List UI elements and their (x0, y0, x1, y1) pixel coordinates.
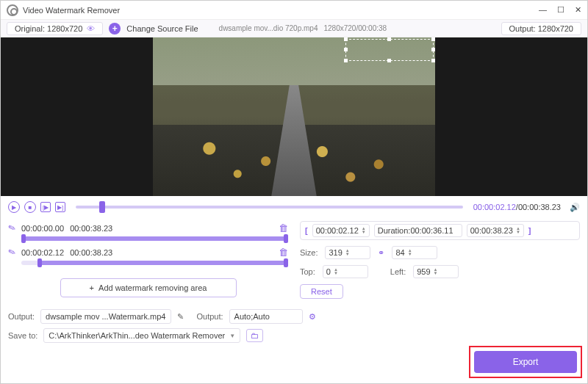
segment-row[interactable]: ✎ 00:00:00.00 00:00:38.23 🗑 (8, 221, 288, 235)
output-format-label: Output: (197, 312, 223, 321)
video-frame (153, 37, 435, 196)
reset-button[interactable]: Reset (300, 284, 343, 299)
stop-button[interactable]: ■ (24, 201, 36, 213)
titlebar: Video Watermark Remover — ☐ ✕ (1, 1, 587, 20)
total-time: 00:00:38.23 (518, 203, 561, 211)
segment-track[interactable] (21, 236, 288, 241)
current-time: 00:00:02.12 (473, 203, 516, 211)
close-button[interactable]: ✕ (575, 5, 581, 15)
delete-segment-icon[interactable]: 🗑 (279, 247, 288, 258)
save-to-dropdown[interactable]: C:\ArkThinker\ArkThin...deo Watermark Re… (43, 328, 240, 343)
original-label: Original: 1280x720 (15, 24, 82, 33)
segment-start: 00:00:02.12 (21, 248, 64, 257)
output-label: Output: 1280x720 (509, 24, 573, 33)
app-logo-icon (7, 4, 18, 16)
timeline[interactable] (76, 202, 463, 212)
settings-icon[interactable]: ⚙ (309, 312, 316, 322)
pin-icon: ✎ (7, 246, 17, 258)
segment-end: 00:00:38.23 (70, 224, 112, 233)
add-source-icon[interactable]: + (109, 23, 121, 35)
top-input[interactable]: 0▲▼ (323, 265, 368, 278)
left-label: Left: (390, 267, 406, 276)
add-removing-area-button[interactable]: + Add watermark removing area (60, 278, 237, 297)
height-input[interactable]: 84▲▼ (392, 246, 437, 259)
bracket-left-icon[interactable]: [ (305, 226, 308, 235)
time-range-box: [ 00:00:02.12▲▼ Duration:00:00:36.11 00:… (300, 221, 580, 240)
pin-icon: ✎ (7, 222, 17, 234)
width-input[interactable]: 319▲▼ (325, 246, 370, 259)
segment-start: 00:00:00.00 (21, 224, 64, 233)
range-end-input[interactable]: 00:00:38.23▲▼ (467, 224, 524, 237)
segments-panel: ✎ 00:00:00.00 00:00:38.23 🗑 ✎ 00:00:02.1… (8, 221, 288, 303)
minimize-button[interactable]: — (539, 5, 547, 15)
set-end-button[interactable]: ▶] (55, 202, 65, 212)
original-dimensions: Original: 1280x720 👁 (7, 22, 103, 35)
segment-end: 00:00:38.23 (70, 248, 112, 257)
export-button[interactable]: Export (474, 351, 577, 373)
bracket-right-icon[interactable]: ] (528, 226, 531, 235)
output-filename-label: Output: (8, 312, 35, 321)
volume-icon[interactable]: 🔊 (570, 203, 580, 212)
chevron-down-icon: ▼ (229, 333, 235, 339)
playback-controls: ▶ ■ [▶ ▶] 00:00:02.12/00:00:38.23 🔊 (1, 196, 587, 218)
play-button[interactable]: ▶ (8, 201, 20, 213)
top-label: Top: (300, 267, 315, 276)
segment-track[interactable] (21, 261, 288, 265)
set-start-button[interactable]: [▶ (40, 202, 51, 212)
segment-row[interactable]: ✎ 00:00:02.12 00:00:38.23 🗑 (8, 245, 288, 259)
output-panel: Output: dwsample mov ...Watermark.mp4 ✎ … (1, 306, 587, 346)
range-start-input[interactable]: 00:00:02.12▲▼ (312, 224, 370, 237)
maximize-button[interactable]: ☐ (557, 5, 564, 15)
eye-icon[interactable]: 👁 (87, 24, 95, 33)
video-preview[interactable] (1, 37, 587, 196)
properties-panel: [ 00:00:02.12▲▼ Duration:00:00:36.11 00:… (300, 221, 580, 303)
selection-box[interactable] (345, 39, 434, 61)
add-area-label: Add watermark removing area (98, 283, 207, 292)
output-format-input[interactable]: Auto;Auto (229, 309, 303, 324)
left-input[interactable]: 959▲▼ (413, 265, 459, 278)
export-highlight: Export (469, 346, 582, 378)
source-meta: 1280x720/00:00:38 (323, 24, 387, 32)
output-dimensions: Output: 1280x720 (501, 22, 581, 35)
size-label: Size: (300, 248, 318, 257)
time-readout: 00:00:02.12/00:00:38.23 (473, 203, 561, 211)
change-source-button[interactable]: Change Source File (126, 24, 198, 33)
save-to-label: Save to: (8, 331, 37, 340)
plus-icon: + (90, 283, 94, 292)
app-title: Video Watermark Remover (23, 6, 120, 15)
open-folder-icon[interactable]: 🗀 (246, 329, 263, 342)
output-filename-input[interactable]: dwsample mov ...Watermark.mp4 (40, 309, 171, 324)
delete-segment-icon[interactable]: 🗑 (279, 222, 288, 233)
toolbar: Original: 1280x720 👁 + Change Source Fil… (1, 20, 587, 37)
source-filename: dwsample mov...dio 720p.mp4 (219, 24, 318, 32)
link-icon[interactable]: ⚭ (378, 248, 384, 258)
edit-name-icon[interactable]: ✎ (177, 312, 184, 322)
range-duration[interactable]: Duration:00:00:36.11 (374, 224, 462, 237)
save-path: C:\ArkThinker\ArkThin...deo Watermark Re… (49, 331, 225, 340)
